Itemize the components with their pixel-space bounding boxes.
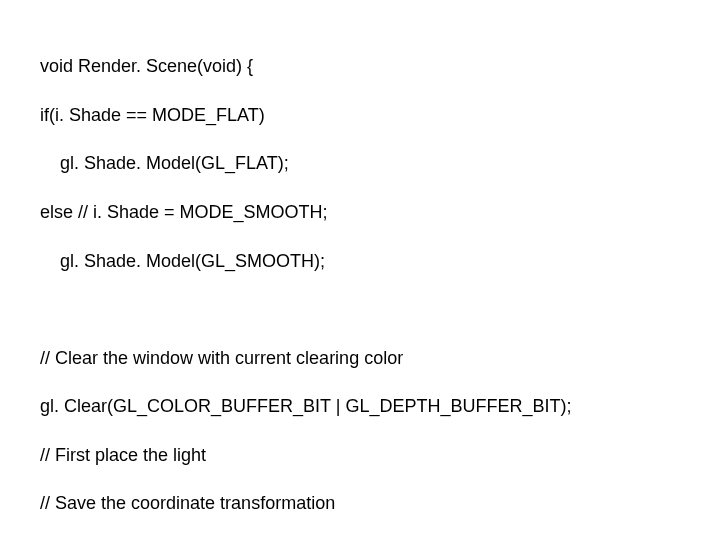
code-line: gl. Shade. Model(GL_SMOOTH); (40, 249, 680, 273)
blank-line (40, 297, 680, 321)
code-line: // Save the coordinate transformation (40, 491, 680, 515)
code-slide: void Render. Scene(void) { if(i. Shade =… (0, 0, 720, 540)
code-line: gl. Clear(GL_COLOR_BUFFER_BIT | GL_DEPTH… (40, 394, 680, 418)
code-line: else // i. Shade = MODE_SMOOTH; (40, 200, 680, 224)
code-line: if(i. Shade == MODE_FLAT) (40, 103, 680, 127)
code-line: // Clear the window with current clearin… (40, 346, 680, 370)
code-line: // First place the light (40, 443, 680, 467)
code-line: gl. Shade. Model(GL_FLAT); (40, 151, 680, 175)
code-line: void Render. Scene(void) { (40, 54, 680, 78)
code-block: void Render. Scene(void) { if(i. Shade =… (40, 30, 680, 540)
